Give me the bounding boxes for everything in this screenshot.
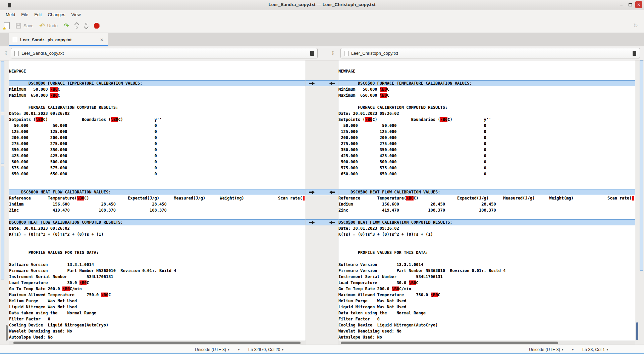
text-line: Cooling Device Liquid Nitrogen(AutoCryo) bbox=[9, 322, 306, 328]
chevron-down-icon: ▾ bbox=[228, 348, 229, 351]
text-line: Liquid Nitrogen Was Not Used bbox=[338, 304, 635, 310]
close-button[interactable]: ✕ bbox=[635, 1, 642, 8]
cursor-position-right[interactable]: Ln 33, Col 1 ▾ bbox=[582, 347, 608, 352]
chevron-up-icon bbox=[75, 23, 78, 29]
menubar: MeldFileEditChangesView bbox=[0, 10, 644, 19]
text-line: Date: 30.01.2023 09:26:02 bbox=[338, 110, 635, 117]
text-line: Maximum Allowed Temperature 750.0 \B0C bbox=[9, 292, 306, 298]
merge-left-arrow[interactable] bbox=[329, 221, 335, 224]
text-line: 575.000 575.000 0 bbox=[9, 165, 306, 171]
invalid-byte-token: \B0 bbox=[101, 293, 109, 297]
horizontal-scrollbar-right[interactable] bbox=[338, 341, 635, 345]
text-line: 125.000 125.000 0 bbox=[338, 129, 635, 135]
stop-button[interactable] bbox=[94, 23, 100, 29]
diff-map-segment[interactable] bbox=[1, 115, 4, 164]
encoding-dropdown-left[interactable]: Unicode (UTF-8) ▾ bbox=[195, 347, 229, 352]
invalid-byte-token: \B0 bbox=[36, 117, 43, 122]
merge-left-arrow[interactable] bbox=[329, 82, 335, 85]
horizontal-scrollbar-left[interactable] bbox=[9, 341, 306, 345]
merge-left-arrow[interactable] bbox=[329, 190, 335, 194]
invalid-byte-token: \B0 bbox=[77, 196, 84, 201]
text-line: Filter Factor 0 bbox=[9, 316, 306, 322]
diff-chunk-line: DSC8000 HEAT FLOW CALIBRATION COMPUTED R… bbox=[9, 219, 306, 225]
minimize-button[interactable]: – bbox=[618, 1, 625, 8]
inline-diff-highlight: 0 bbox=[38, 81, 41, 86]
text-line: Wavelet Denoising used: No bbox=[9, 328, 306, 334]
menu-item-changes[interactable]: Changes bbox=[45, 11, 68, 18]
save-button[interactable]: Save bbox=[16, 23, 34, 29]
merge-right-arrow[interactable] bbox=[309, 190, 315, 194]
file-selector-left-label: Leer_Sandra_copy.txt bbox=[21, 51, 64, 56]
text-line bbox=[9, 74, 306, 80]
new-comparison-button[interactable]: ★ bbox=[4, 22, 10, 29]
diff-map-segment[interactable] bbox=[640, 60, 643, 271]
save-pane-right-icon[interactable]: ↧ bbox=[331, 50, 335, 56]
tab-comparison[interactable]: Leer_Sandr...ph_copy.txt ✕ bbox=[9, 33, 108, 46]
menu-item-view[interactable]: View bbox=[68, 11, 84, 18]
file-selector-right-label: Leer_Christoph_copy.txt bbox=[351, 51, 398, 56]
text-line: Software Version 13.3.1.0014 bbox=[338, 262, 635, 268]
encoding-value: Unicode (UTF-8) bbox=[529, 347, 560, 352]
menu-item-meld[interactable]: Meld bbox=[3, 11, 18, 18]
text-line: 350.000 350.000 0 bbox=[9, 147, 306, 153]
file-header-row: ↧ Leer_Sandra_copy.txt ↧ Leer_Christoph_… bbox=[0, 46, 644, 60]
window-bottom-edge bbox=[0, 353, 644, 354]
text-line: 650.000 650.000 0 bbox=[9, 171, 306, 177]
invalid-byte-token: \B0 bbox=[431, 293, 438, 297]
chevron-down-icon: ▾ bbox=[572, 348, 574, 351]
encoding-dropdown-right[interactable]: Unicode (UTF-8) ▾ bbox=[529, 347, 564, 352]
maximize-icon bbox=[629, 3, 632, 6]
next-change-button[interactable] bbox=[85, 23, 88, 29]
cursor-position-left[interactable]: Ln 32970, Col 20 ▾ bbox=[248, 347, 283, 352]
previous-change-button[interactable] bbox=[75, 23, 78, 29]
merge-gutter bbox=[306, 60, 338, 341]
text-line: Date: 30.01.2023 09:26:02 bbox=[9, 110, 306, 117]
text-line: 275.000 275.000 0 bbox=[9, 141, 306, 147]
text-line bbox=[9, 213, 306, 219]
tab-close-icon[interactable]: ✕ bbox=[100, 37, 104, 42]
text-line bbox=[338, 244, 635, 250]
maximize-button[interactable] bbox=[627, 1, 634, 8]
redo-icon: ↷ bbox=[64, 23, 69, 29]
text-line: Instrument Serial Number 534L1706131 bbox=[338, 274, 635, 280]
new-file-icon: ★ bbox=[4, 22, 10, 29]
merge-right-arrow[interactable] bbox=[309, 221, 315, 224]
diff-link-band bbox=[306, 189, 338, 195]
text-line: 500.000 500.000 0 bbox=[338, 159, 635, 165]
text-line: Filter Factor 0 bbox=[338, 316, 635, 322]
scrollbar-thumb[interactable] bbox=[13, 342, 301, 344]
diff-map-segment[interactable] bbox=[1, 167, 4, 279]
diff-chunk-line: DSC8500 HEAT FLOW CALIBRATION COMPUTED R… bbox=[338, 219, 635, 225]
diff-map-right[interactable] bbox=[635, 60, 644, 341]
menu-item-edit[interactable]: Edit bbox=[31, 11, 45, 18]
vertical-scrollbar-thumb-right[interactable] bbox=[636, 322, 638, 340]
save-label: Save bbox=[23, 23, 34, 28]
text-line: Indium 156.600 28.450 28.450 bbox=[338, 201, 635, 207]
syntax-dropdown-left[interactable]: ▾ bbox=[238, 348, 240, 351]
merge-right-arrow[interactable] bbox=[309, 82, 315, 85]
file-icon bbox=[344, 51, 348, 56]
syntax-dropdown-right[interactable]: ▾ bbox=[572, 348, 574, 351]
invalid-byte-token: \B0 bbox=[79, 280, 87, 285]
text-line: Setpoints (\B0C) Boundaries (\B0C) y'' bbox=[9, 117, 306, 123]
diff-map-segment[interactable] bbox=[1, 61, 4, 112]
text-line: Setpoints (\B0C) Boundaries (\B0C) y'' bbox=[338, 117, 635, 123]
save-pane-left-icon[interactable]: ↧ bbox=[4, 50, 8, 56]
invalid-byte-token: \B0 bbox=[50, 87, 58, 92]
undo-button[interactable]: ↶ Undo bbox=[40, 23, 58, 29]
tab-label: Leer_Sandr...ph_copy.txt bbox=[20, 37, 72, 42]
text-line: K(Ts) = (0)Ts^3 + (0)Ts^2 + (0)Ts + (1) bbox=[9, 231, 306, 237]
invalid-byte-token: \B0 bbox=[406, 196, 414, 201]
vertical-scrollbar-thumb-left[interactable] bbox=[6, 325, 8, 341]
undo-label: Undo bbox=[47, 23, 58, 28]
file-selector-left[interactable]: Leer_Sandra_copy.txt bbox=[11, 48, 318, 58]
scrollbar-thumb[interactable] bbox=[341, 342, 558, 344]
editor-pane-right[interactable]: Zinc 419.470 419.470NEWPAGE DSC8500 FURN… bbox=[338, 60, 635, 341]
redo-button[interactable]: ↷ bbox=[64, 23, 69, 29]
diff-map-left[interactable] bbox=[0, 60, 9, 341]
menu-item-file[interactable]: File bbox=[18, 11, 31, 18]
editor-pane-left[interactable]: Zinc 419.470 419.470NEWPAGE DSC8000 FURN… bbox=[9, 60, 306, 341]
text-line: 50.000 50.000 0 bbox=[338, 123, 635, 129]
document-icon bbox=[13, 37, 17, 42]
file-selector-right[interactable]: Leer_Christoph_copy.txt bbox=[340, 48, 640, 58]
